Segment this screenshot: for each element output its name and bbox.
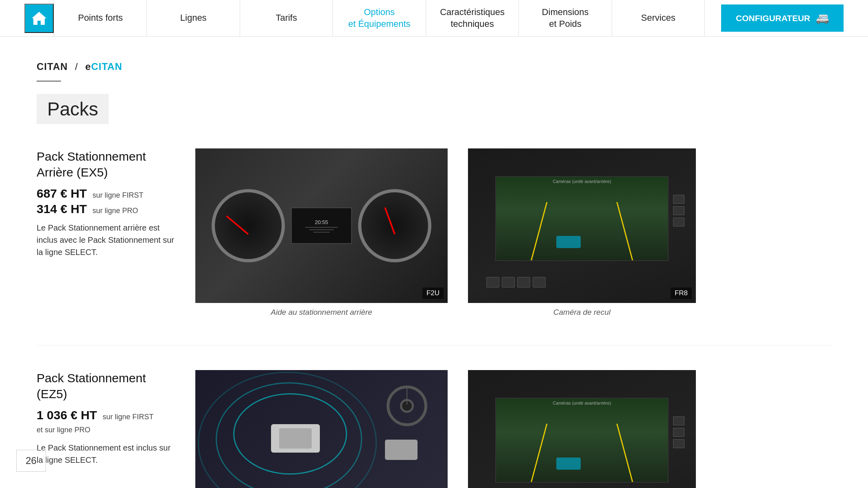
- section-divider: [37, 345, 831, 346]
- configurateur-button[interactable]: CONFIGURATEUR 🚐: [721, 4, 844, 32]
- nav-item-options[interactable]: Optionset Équipements: [332, 0, 425, 36]
- main-content: CITAN / eCITAN Packs Pack StationnementA…: [0, 37, 868, 488]
- image-block-fr8-1: Caméras (unité avant/arrière): [468, 148, 696, 317]
- image-dashboard: 20:55 F2U: [195, 148, 448, 303]
- cam-guideline-left: [531, 202, 547, 261]
- pack-section-2: Pack Stationnement (EZ5) 1 036 € HT sur …: [37, 370, 831, 488]
- home-icon: [31, 11, 47, 26]
- car-icon: 🚐: [816, 12, 829, 24]
- cam-guideline-left-2: [531, 424, 547, 482]
- pack-images-1: 20:55 F2U Aide au stationnement arrière: [195, 148, 831, 317]
- image-camera-1: Caméras (unité avant/arrière): [468, 148, 696, 303]
- image-block-fr8-2: Caméras (unité avant/arrière): [468, 370, 696, 488]
- pack-price2-1: 314 € HT sur ligne PRO: [37, 202, 175, 216]
- pack-title-1: Pack StationnementArrière (EX5): [37, 148, 175, 180]
- nav-item-tarifs[interactable]: Tarifs: [240, 0, 332, 36]
- image-camera-2: Caméras (unité avant/arrière): [468, 370, 696, 488]
- camera-screen-1: Caméras (unité avant/arrière): [495, 176, 669, 261]
- breadcrumb: CITAN / eCITAN: [37, 61, 831, 72]
- pack-info-2: Pack Stationnement (EZ5) 1 036 € HT sur …: [37, 370, 175, 488]
- camera-visual-2: Caméras (unité avant/arrière): [468, 370, 696, 488]
- image-caption-f2u: Aide au stationnement arrière: [271, 308, 372, 317]
- nav-item-points-forts[interactable]: Points forts: [54, 0, 146, 36]
- car-top-view: [385, 440, 418, 460]
- camera-road: Caméras (unité avant/arrière): [496, 177, 668, 260]
- camera-road-2: Caméras (unité avant/arrière): [496, 399, 668, 482]
- header: Points forts Lignes Tarifs Optionset Équ…: [0, 0, 868, 37]
- van-top-view: [271, 424, 320, 453]
- dashboard-visual: 20:55: [195, 148, 448, 303]
- pack-desc-2: Le Pack Stationnement est inclus sur la …: [37, 442, 175, 466]
- image-block-f2u: 20:55 F2U Aide au stationnement arrière: [195, 148, 448, 317]
- image-block-ez7: EZ7 Assistant de stationnement actif: [195, 370, 448, 488]
- camera-screen-2: Caméras (unité avant/arrière): [495, 398, 669, 483]
- page-title: Packs: [37, 94, 109, 124]
- cam-guideline-right: [617, 202, 633, 261]
- camera-visual-1: Caméras (unité avant/arrière): [468, 148, 696, 303]
- parking-visual: [195, 370, 448, 488]
- page-number: 26: [16, 450, 46, 472]
- image-parking: EZ7: [195, 370, 448, 488]
- image-badge-f2u: F2U: [422, 288, 444, 299]
- pack-images-2: EZ7 Assistant de stationnement actif Cam…: [195, 370, 831, 488]
- breadcrumb-underline: [37, 81, 61, 82]
- nav-item-services[interactable]: Services: [612, 0, 705, 36]
- image-caption-fr8-1: Caméra de recul: [553, 308, 610, 317]
- cam-guideline-right-2: [617, 424, 633, 482]
- home-button[interactable]: [24, 4, 54, 33]
- pack-section-1: Pack StationnementArrière (EX5) 687 € HT…: [37, 148, 831, 317]
- pack-info-1: Pack StationnementArrière (EX5) 687 € HT…: [37, 148, 175, 317]
- nav-item-caracteristiques[interactable]: Caractéristiquestechniques: [426, 0, 518, 36]
- pack-desc-1: Le Pack Stationnement arrière est inclus…: [37, 222, 175, 258]
- nav-item-dimensions[interactable]: Dimensionset Poids: [518, 0, 611, 36]
- pack-price1-2: 1 036 € HT sur ligne FIRSTet sur ligne P…: [37, 408, 175, 435]
- pack-price1-1: 687 € HT sur ligne FIRST: [37, 187, 175, 200]
- main-nav: Points forts Lignes Tarifs Optionset Équ…: [54, 0, 705, 36]
- image-badge-fr8-1: FR8: [671, 288, 692, 299]
- pack-title-2: Pack Stationnement (EZ5): [37, 370, 175, 402]
- nav-item-lignes[interactable]: Lignes: [146, 0, 239, 36]
